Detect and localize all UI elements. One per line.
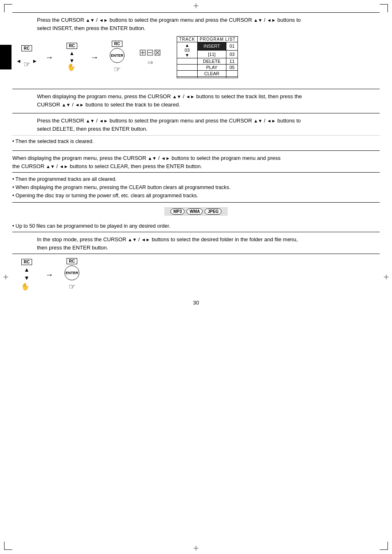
section-track-cleared: • Then the selected track is cleared.	[12, 135, 380, 147]
list-01: 01	[226, 42, 238, 51]
cursor-ud-icon2: ▲▼	[254, 18, 263, 23]
section9-text: In the stop mode, press the CURSOR ▲▼ / …	[37, 235, 380, 252]
cursor-ud-icon1: ▲▼	[85, 18, 95, 23]
ud-icon-s9a: ▲▼	[128, 237, 137, 242]
jpeg-badge: JPEG	[205, 208, 221, 215]
stop-hand2: ☞	[69, 282, 76, 291]
clear-btn: CLEAR	[197, 71, 226, 77]
stop-up-btn: ▲	[24, 266, 30, 273]
crosshair-left	[3, 275, 8, 279]
rc-label-1: RC	[21, 45, 32, 51]
wma-badge: WMA	[187, 208, 203, 215]
btn-empty	[197, 77, 226, 78]
stop-enter-button: ENTER	[65, 265, 79, 280]
list-empty	[226, 71, 238, 77]
program-list-container: TRACK PROGRAM LIST ▲ 03 ▼ INSERT	[173, 36, 238, 78]
ud-icon-s5b: ▲▼	[46, 164, 55, 169]
arrow-2: →	[90, 53, 99, 62]
track-empty	[177, 58, 198, 65]
stop-enter-group: ENTER ☞	[65, 265, 79, 291]
track-cleared-text: • Then the selected track is cleared.	[12, 137, 380, 145]
hand2: ✋	[66, 62, 76, 72]
ud-icon-s5a: ▲▼	[148, 156, 157, 161]
stop-remote-2: RC ENTER ☞	[58, 258, 86, 291]
section3-text: Press the CURSOR ▲▼ / ◄► buttons to sele…	[37, 117, 380, 133]
corner-bl	[4, 542, 12, 550]
section-clear: When displaying the program menu, press …	[12, 150, 380, 172]
corner-br	[380, 542, 388, 550]
track-header: TRACK	[177, 37, 198, 42]
delete-btn: DELETE	[197, 58, 226, 65]
black-marker	[0, 45, 12, 69]
section2-text: When displaying the program menu, press …	[37, 92, 380, 108]
remote-unit-1: RC ◄ ► ☞	[12, 45, 41, 69]
lr-icon-s2b: ◄►	[75, 102, 84, 107]
rc-label-2: RC	[67, 43, 77, 49]
format-bar: MP3 WMA JPEG	[164, 207, 228, 216]
ud-icon-s3a: ▲▼	[85, 118, 95, 123]
stop-down-btn: ▼	[24, 275, 30, 281]
stop-rc-label-2: RC	[67, 258, 77, 264]
hand1: ☞	[23, 60, 30, 69]
crosshair-right	[384, 275, 389, 279]
diagram-insert: RC ◄ ► ☞ → RC ▲ ▼ ✋ →	[12, 32, 380, 84]
page-content: Press the CURSOR ▲▼ / ◄► buttons to sele…	[12, 12, 380, 542]
section-insert: Press the CURSOR ▲▼ / ◄► buttons to sele…	[12, 12, 380, 87]
track-number: ▲ 03 ▼	[177, 42, 198, 58]
page-number: 30	[12, 300, 380, 306]
crosshair-bottom	[194, 546, 198, 551]
lr-icon-s3b: ◄►	[267, 118, 276, 123]
track-bracket: [11]	[197, 50, 226, 58]
enter-group: ENTER ☞	[110, 48, 125, 74]
track-empty2	[177, 65, 198, 71]
lr-icon-s5b: ◄►	[59, 164, 68, 169]
section-programmed-bullets: • Then the programmed tracks are all cle…	[12, 172, 380, 202]
up-btn-2: ▲	[69, 50, 75, 56]
section1-text: Press the CURSOR ▲▼ / ◄► buttons to sele…	[37, 16, 380, 32]
corner-tl	[4, 4, 12, 12]
stop-ud-pad: ▲ ▼ ✋	[18, 266, 35, 291]
ud-pad: ▲ ▼ ✋	[64, 50, 80, 72]
section-clear-track: When displaying the program menu, press …	[12, 89, 380, 111]
format-badges-section: MP3 WMA JPEG	[12, 202, 380, 220]
track-empty4	[177, 77, 198, 78]
mp3-badge: MP3	[171, 208, 185, 215]
lr-icon-s2a: ◄►	[186, 94, 195, 99]
remote-unit-3: RC ENTER ☞	[103, 41, 131, 74]
lr-pad: ◄ ► ☞	[16, 53, 37, 69]
right-arrow: ►	[32, 58, 37, 64]
list-11: 11	[226, 58, 238, 65]
enter-button-diagram: ENTER	[110, 48, 125, 63]
ud-icon-s2a: ▲▼	[172, 94, 181, 99]
diagram-stop: RC ▲ ▼ ✋ → RC ENTER ☞	[12, 258, 380, 291]
section-stop-mode: In the stop mode, press the CURSOR ▲▼ / …	[12, 232, 380, 254]
corner-tr	[380, 4, 388, 12]
list-header: PROGRAM LIST	[197, 37, 238, 42]
bullet-disc-tray: • Opening the disc tray or turning the p…	[12, 192, 380, 200]
list-05: 05	[226, 65, 238, 71]
lr-icon-s3a: ◄►	[99, 118, 108, 123]
hand3: ☞	[114, 65, 121, 74]
bullet-clear-button: • When displaying the program menu, pres…	[12, 183, 380, 192]
left-arrow: ◄	[16, 58, 21, 64]
crosshair-top	[194, 3, 198, 8]
remote-unit-2: RC ▲ ▼ ✋	[58, 43, 86, 72]
lr-icon-s5a: ◄►	[161, 156, 170, 161]
stop-rc-label-1: RC	[21, 259, 32, 265]
arrow-1: →	[45, 53, 53, 62]
program-table: TRACK PROGRAM LIST ▲ 03 ▼ INSERT	[177, 36, 238, 78]
disc-icons: ⊞⊟⊠ ⇒	[139, 47, 161, 67]
cursor-lr-icon1: ◄►	[99, 18, 108, 23]
ud-icon-s3b: ▲▼	[254, 118, 263, 123]
list-empty2	[226, 77, 238, 78]
fifty-files-text: • Up to 50 files can be programmed to be…	[12, 222, 380, 230]
stop-hand1: ✋	[20, 282, 30, 291]
section-stop-diagram: RC ▲ ▼ ✋ → RC ENTER ☞	[12, 254, 380, 295]
rc-label-3: RC	[112, 41, 122, 47]
section-50files: • Up to 50 files can be programmed to be…	[12, 220, 380, 232]
cursor-lr-icon2: ◄►	[267, 18, 276, 23]
track-empty3	[177, 71, 198, 77]
insert-btn: INSERT	[197, 42, 226, 51]
list-03: 03	[226, 50, 238, 58]
section-delete: Press the CURSOR ▲▼ / ◄► buttons to sele…	[12, 113, 380, 135]
